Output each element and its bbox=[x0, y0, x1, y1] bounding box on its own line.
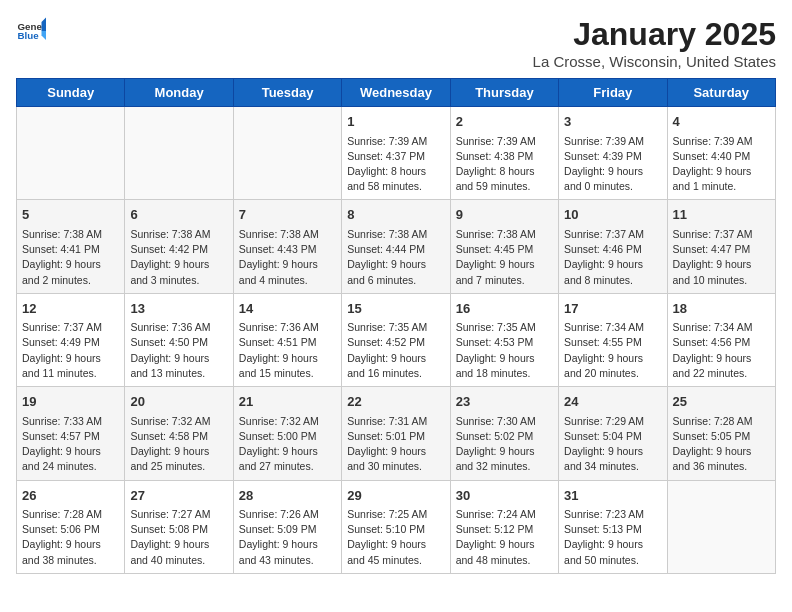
day-info: Sunrise: 7:37 AM Sunset: 4:49 PM Dayligh… bbox=[22, 320, 119, 381]
svg-text:Blue: Blue bbox=[18, 30, 40, 41]
calendar-cell: 5Sunrise: 7:38 AM Sunset: 4:41 PM Daylig… bbox=[17, 200, 125, 293]
calendar-cell bbox=[125, 107, 233, 200]
day-info: Sunrise: 7:27 AM Sunset: 5:08 PM Dayligh… bbox=[130, 507, 227, 568]
day-number: 25 bbox=[673, 392, 770, 412]
day-info: Sunrise: 7:34 AM Sunset: 4:56 PM Dayligh… bbox=[673, 320, 770, 381]
calendar-cell: 29Sunrise: 7:25 AM Sunset: 5:10 PM Dayli… bbox=[342, 480, 450, 573]
calendar-cell: 19Sunrise: 7:33 AM Sunset: 4:57 PM Dayli… bbox=[17, 387, 125, 480]
day-info: Sunrise: 7:37 AM Sunset: 4:46 PM Dayligh… bbox=[564, 227, 661, 288]
logo-icon: General Blue bbox=[16, 16, 46, 46]
calendar-cell: 26Sunrise: 7:28 AM Sunset: 5:06 PM Dayli… bbox=[17, 480, 125, 573]
month-year: January 2025 bbox=[533, 16, 776, 53]
day-number: 12 bbox=[22, 299, 119, 319]
calendar-cell: 9Sunrise: 7:38 AM Sunset: 4:45 PM Daylig… bbox=[450, 200, 558, 293]
calendar-cell bbox=[667, 480, 775, 573]
day-info: Sunrise: 7:38 AM Sunset: 4:43 PM Dayligh… bbox=[239, 227, 336, 288]
calendar-cell: 21Sunrise: 7:32 AM Sunset: 5:00 PM Dayli… bbox=[233, 387, 341, 480]
day-number: 5 bbox=[22, 205, 119, 225]
calendar-cell: 22Sunrise: 7:31 AM Sunset: 5:01 PM Dayli… bbox=[342, 387, 450, 480]
day-info: Sunrise: 7:35 AM Sunset: 4:52 PM Dayligh… bbox=[347, 320, 444, 381]
day-number: 6 bbox=[130, 205, 227, 225]
days-of-week-row: SundayMondayTuesdayWednesdayThursdayFrid… bbox=[17, 79, 776, 107]
calendar-cell: 2Sunrise: 7:39 AM Sunset: 4:38 PM Daylig… bbox=[450, 107, 558, 200]
calendar-cell: 7Sunrise: 7:38 AM Sunset: 4:43 PM Daylig… bbox=[233, 200, 341, 293]
svg-marker-2 bbox=[42, 18, 47, 32]
calendar-cell: 6Sunrise: 7:38 AM Sunset: 4:42 PM Daylig… bbox=[125, 200, 233, 293]
calendar-cell: 13Sunrise: 7:36 AM Sunset: 4:50 PM Dayli… bbox=[125, 293, 233, 386]
day-number: 27 bbox=[130, 486, 227, 506]
day-info: Sunrise: 7:28 AM Sunset: 5:05 PM Dayligh… bbox=[673, 414, 770, 475]
day-info: Sunrise: 7:33 AM Sunset: 4:57 PM Dayligh… bbox=[22, 414, 119, 475]
calendar-header: SundayMondayTuesdayWednesdayThursdayFrid… bbox=[17, 79, 776, 107]
day-number: 29 bbox=[347, 486, 444, 506]
day-info: Sunrise: 7:28 AM Sunset: 5:06 PM Dayligh… bbox=[22, 507, 119, 568]
calendar-cell: 28Sunrise: 7:26 AM Sunset: 5:09 PM Dayli… bbox=[233, 480, 341, 573]
day-info: Sunrise: 7:24 AM Sunset: 5:12 PM Dayligh… bbox=[456, 507, 553, 568]
calendar-cell: 20Sunrise: 7:32 AM Sunset: 4:58 PM Dayli… bbox=[125, 387, 233, 480]
calendar-cell: 8Sunrise: 7:38 AM Sunset: 4:44 PM Daylig… bbox=[342, 200, 450, 293]
calendar-cell: 14Sunrise: 7:36 AM Sunset: 4:51 PM Dayli… bbox=[233, 293, 341, 386]
day-number: 7 bbox=[239, 205, 336, 225]
day-number: 18 bbox=[673, 299, 770, 319]
day-info: Sunrise: 7:32 AM Sunset: 5:00 PM Dayligh… bbox=[239, 414, 336, 475]
calendar-cell: 18Sunrise: 7:34 AM Sunset: 4:56 PM Dayli… bbox=[667, 293, 775, 386]
calendar-cell: 25Sunrise: 7:28 AM Sunset: 5:05 PM Dayli… bbox=[667, 387, 775, 480]
day-info: Sunrise: 7:39 AM Sunset: 4:37 PM Dayligh… bbox=[347, 134, 444, 195]
day-of-week-monday: Monday bbox=[125, 79, 233, 107]
day-info: Sunrise: 7:36 AM Sunset: 4:50 PM Dayligh… bbox=[130, 320, 227, 381]
day-info: Sunrise: 7:39 AM Sunset: 4:38 PM Dayligh… bbox=[456, 134, 553, 195]
calendar-cell: 30Sunrise: 7:24 AM Sunset: 5:12 PM Dayli… bbox=[450, 480, 558, 573]
day-number: 4 bbox=[673, 112, 770, 132]
calendar-body: 1Sunrise: 7:39 AM Sunset: 4:37 PM Daylig… bbox=[17, 107, 776, 574]
calendar-week-1: 1Sunrise: 7:39 AM Sunset: 4:37 PM Daylig… bbox=[17, 107, 776, 200]
day-number: 26 bbox=[22, 486, 119, 506]
day-info: Sunrise: 7:31 AM Sunset: 5:01 PM Dayligh… bbox=[347, 414, 444, 475]
calendar-cell: 15Sunrise: 7:35 AM Sunset: 4:52 PM Dayli… bbox=[342, 293, 450, 386]
day-info: Sunrise: 7:38 AM Sunset: 4:45 PM Dayligh… bbox=[456, 227, 553, 288]
day-number: 13 bbox=[130, 299, 227, 319]
day-info: Sunrise: 7:30 AM Sunset: 5:02 PM Dayligh… bbox=[456, 414, 553, 475]
day-number: 21 bbox=[239, 392, 336, 412]
day-info: Sunrise: 7:38 AM Sunset: 4:42 PM Dayligh… bbox=[130, 227, 227, 288]
day-info: Sunrise: 7:36 AM Sunset: 4:51 PM Dayligh… bbox=[239, 320, 336, 381]
day-number: 11 bbox=[673, 205, 770, 225]
calendar-cell bbox=[233, 107, 341, 200]
day-number: 20 bbox=[130, 392, 227, 412]
calendar-cell: 12Sunrise: 7:37 AM Sunset: 4:49 PM Dayli… bbox=[17, 293, 125, 386]
day-number: 19 bbox=[22, 392, 119, 412]
day-info: Sunrise: 7:38 AM Sunset: 4:44 PM Dayligh… bbox=[347, 227, 444, 288]
day-number: 8 bbox=[347, 205, 444, 225]
day-of-week-tuesday: Tuesday bbox=[233, 79, 341, 107]
calendar-cell: 10Sunrise: 7:37 AM Sunset: 4:46 PM Dayli… bbox=[559, 200, 667, 293]
day-info: Sunrise: 7:29 AM Sunset: 5:04 PM Dayligh… bbox=[564, 414, 661, 475]
day-of-week-thursday: Thursday bbox=[450, 79, 558, 107]
day-number: 31 bbox=[564, 486, 661, 506]
calendar-cell bbox=[17, 107, 125, 200]
day-of-week-friday: Friday bbox=[559, 79, 667, 107]
calendar-week-4: 19Sunrise: 7:33 AM Sunset: 4:57 PM Dayli… bbox=[17, 387, 776, 480]
day-of-week-saturday: Saturday bbox=[667, 79, 775, 107]
day-number: 28 bbox=[239, 486, 336, 506]
day-number: 3 bbox=[564, 112, 661, 132]
calendar-cell: 31Sunrise: 7:23 AM Sunset: 5:13 PM Dayli… bbox=[559, 480, 667, 573]
day-number: 10 bbox=[564, 205, 661, 225]
calendar-cell: 1Sunrise: 7:39 AM Sunset: 4:37 PM Daylig… bbox=[342, 107, 450, 200]
calendar-cell: 23Sunrise: 7:30 AM Sunset: 5:02 PM Dayli… bbox=[450, 387, 558, 480]
day-info: Sunrise: 7:35 AM Sunset: 4:53 PM Dayligh… bbox=[456, 320, 553, 381]
logo: General Blue bbox=[16, 16, 46, 46]
day-number: 23 bbox=[456, 392, 553, 412]
day-number: 14 bbox=[239, 299, 336, 319]
calendar-week-5: 26Sunrise: 7:28 AM Sunset: 5:06 PM Dayli… bbox=[17, 480, 776, 573]
page-header: General Blue January 2025 La Crosse, Wis… bbox=[16, 16, 776, 70]
day-number: 15 bbox=[347, 299, 444, 319]
day-number: 2 bbox=[456, 112, 553, 132]
day-number: 30 bbox=[456, 486, 553, 506]
calendar-cell: 16Sunrise: 7:35 AM Sunset: 4:53 PM Dayli… bbox=[450, 293, 558, 386]
day-info: Sunrise: 7:38 AM Sunset: 4:41 PM Dayligh… bbox=[22, 227, 119, 288]
day-info: Sunrise: 7:39 AM Sunset: 4:40 PM Dayligh… bbox=[673, 134, 770, 195]
day-number: 9 bbox=[456, 205, 553, 225]
calendar-week-2: 5Sunrise: 7:38 AM Sunset: 4:41 PM Daylig… bbox=[17, 200, 776, 293]
day-info: Sunrise: 7:34 AM Sunset: 4:55 PM Dayligh… bbox=[564, 320, 661, 381]
title-block: January 2025 La Crosse, Wisconsin, Unite… bbox=[533, 16, 776, 70]
day-info: Sunrise: 7:23 AM Sunset: 5:13 PM Dayligh… bbox=[564, 507, 661, 568]
